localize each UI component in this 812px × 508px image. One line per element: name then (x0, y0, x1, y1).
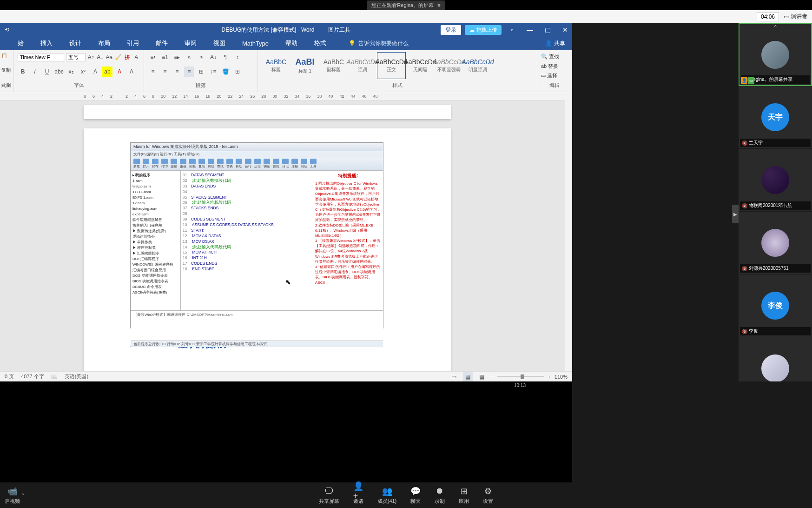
clear-format-button[interactable]: 🧹 (115, 52, 122, 62)
settings-button[interactable]: ⚙ 设置 (483, 486, 493, 505)
strikethrough-button[interactable]: abc (54, 67, 64, 77)
increase-font-button[interactable]: A↑ (87, 52, 95, 62)
show-marks-button[interactable]: ¶ (220, 52, 231, 62)
find-button[interactable]: 🔍查找 (539, 52, 570, 61)
align-left-button[interactable]: ≡ (148, 67, 158, 77)
close-button[interactable]: ✕ (558, 24, 572, 35)
tab-format[interactable]: 格式 (310, 37, 330, 49)
participant-tile[interactable]: 🔇 (739, 337, 812, 381)
bullets-button[interactable]: ≡• (148, 52, 158, 62)
decrease-indent-button[interactable]: ≤ (184, 52, 194, 62)
distribute-button[interactable]: ⊞ (196, 67, 206, 77)
vertical-scrollbar[interactable] (565, 92, 572, 371)
panel-collapse-handle[interactable]: ▶ (732, 205, 739, 223)
tab-mailings[interactable]: 邮件 (152, 37, 172, 49)
chat-button[interactable]: 💬 聊天 (410, 486, 421, 505)
web-layout-button[interactable]: ▦ (477, 372, 487, 382)
align-right-button[interactable]: ≡ (172, 67, 182, 77)
participant-tile[interactable]: 🔇物联网202001邓韦航 (739, 149, 812, 212)
cloud-upload-button[interactable]: ☁ 拖拽上传 (465, 25, 502, 35)
share-screen-button[interactable]: 🖵 共享屏幕 (319, 486, 339, 505)
paste-button[interactable]: 📋 (1, 53, 13, 59)
style-subtle[interactable]: AaBbCcDd不明显强调 (435, 52, 463, 79)
tab-view[interactable]: 视图 (210, 37, 229, 49)
spellcheck-icon[interactable]: 📖 (51, 374, 58, 380)
video-toggle-button[interactable]: 📹 启视频 (5, 486, 20, 505)
style-subtitle[interactable]: AaBbC副标题 (319, 52, 348, 79)
style-normal[interactable]: AaBbCcDd正文 (377, 52, 406, 79)
tab-references[interactable]: 引用 (123, 37, 143, 49)
font-name-select[interactable] (18, 53, 64, 61)
tab-home[interactable]: 始 (14, 37, 27, 49)
tab-insert[interactable]: 插入 (37, 37, 56, 49)
bold-button[interactable]: B (18, 67, 28, 77)
share-button[interactable]: 👤 共享 (545, 40, 565, 47)
read-mode-button[interactable]: ▭ (449, 372, 459, 382)
style-heading1[interactable]: AaBl标题 1 (290, 52, 319, 79)
replace-button[interactable]: ab替换 (539, 62, 570, 71)
tell-me-search[interactable]: 💡 告诉我你想要做什么 (349, 40, 409, 47)
language[interactable]: 英语(美国) (65, 373, 88, 380)
maximize-button[interactable]: ▢ (541, 24, 555, 35)
font-color-button[interactable]: A (114, 67, 125, 77)
text-direction-button[interactable]: ↕ (232, 52, 243, 62)
superscript-button[interactable]: x² (78, 67, 88, 77)
borders-button[interactable]: ⊞ (232, 67, 243, 77)
increase-indent-button[interactable]: ≥ (196, 52, 206, 62)
align-center-button[interactable]: ≡ (160, 67, 170, 77)
menu-icon[interactable]: ≡ (437, 2, 440, 8)
ruler[interactable]: 8642246810121416182022242628303234363840… (0, 92, 572, 100)
numbering-button[interactable]: ≡1 (160, 52, 170, 62)
zoom-slider[interactable] (497, 376, 544, 377)
text-effects-button[interactable]: A (90, 67, 100, 77)
format-painter-button[interactable]: 式刷 (1, 82, 13, 89)
participant-tile[interactable]: 🔇Regina。的屏幕共享👤▭ (739, 23, 812, 86)
char-shading-button[interactable]: A (126, 67, 137, 77)
change-case-button[interactable]: Aa (106, 52, 113, 62)
style-heading[interactable]: AaBbC标题 (262, 52, 290, 79)
select-button[interactable]: ▭选择 (539, 71, 570, 80)
zoom-out-button[interactable]: − (491, 374, 494, 380)
zoom-level[interactable]: 110% (555, 374, 568, 380)
autosave-icon[interactable]: ⟲ (5, 27, 9, 33)
tab-mathtype[interactable]: MathType (238, 38, 272, 49)
tab-design[interactable]: 设计 (66, 37, 85, 49)
decrease-font-button[interactable]: A↓ (97, 52, 104, 62)
style-intense[interactable]: AaBbCcDd明显强调 (463, 52, 492, 79)
tab-layout[interactable]: 布局 (94, 37, 114, 49)
participant-tile[interactable]: 🔇刘源兴2020005751 (739, 212, 812, 274)
ribbon-options-button[interactable]: ▫ (505, 24, 519, 35)
tab-help[interactable]: 帮助 (282, 37, 301, 49)
invite-button[interactable]: 👤+ 邀请 (353, 486, 363, 505)
style-emphasis[interactable]: AaBbCcDd强调 (348, 52, 377, 79)
subscript-button[interactable]: x₂ (66, 67, 76, 77)
phonetic-button[interactable]: 拼 (124, 52, 131, 62)
align-justify-button[interactable]: ≡ (184, 67, 194, 77)
font-size-select[interactable] (66, 53, 86, 61)
video-menu-chevron[interactable]: ⌃ (21, 493, 25, 498)
participant-tile[interactable]: 天宇🔇兰天宇 (739, 86, 812, 149)
italic-button[interactable]: I (30, 67, 40, 77)
multilevel-button[interactable]: ≡▸ (172, 52, 182, 62)
zoom-in-button[interactable]: + (548, 374, 550, 380)
login-button[interactable]: 登录 (441, 25, 461, 35)
underline-button[interactable]: U (42, 67, 52, 77)
page-number[interactable]: 0 页 (5, 373, 14, 380)
apps-button[interactable]: ⊞ 应用 (459, 486, 469, 505)
word-count[interactable]: 4077 个字 (21, 373, 44, 380)
sort-button[interactable]: A↓ (208, 52, 218, 62)
minimize-button[interactable]: — (523, 24, 537, 35)
line-spacing-button[interactable]: ↕≡ (208, 67, 218, 77)
print-layout-button[interactable]: ▤ (463, 372, 473, 382)
record-button[interactable]: ⏺ 录制 (435, 486, 445, 505)
participant-tile[interactable]: 李俊🔇李俊 (739, 274, 812, 337)
presenter-view-button[interactable]: ▭ 演讲者 (784, 13, 807, 20)
border-char-button[interactable]: A (133, 52, 140, 62)
shading-button[interactable]: 🪣 (220, 67, 231, 77)
copy-button[interactable]: 复制 (1, 67, 13, 74)
style-nospacing[interactable]: AaBbCcDd无间隔 (406, 52, 435, 79)
document-area[interactable]: Masm for Windows 集成实验环境共享版 2015 - test.a… (0, 100, 572, 377)
highlight-button[interactable]: ab (102, 67, 112, 77)
embedded-screenshot[interactable]: Masm for Windows 集成实验环境共享版 2015 - test.a… (130, 142, 383, 328)
tab-review[interactable]: 审阅 (181, 37, 200, 49)
